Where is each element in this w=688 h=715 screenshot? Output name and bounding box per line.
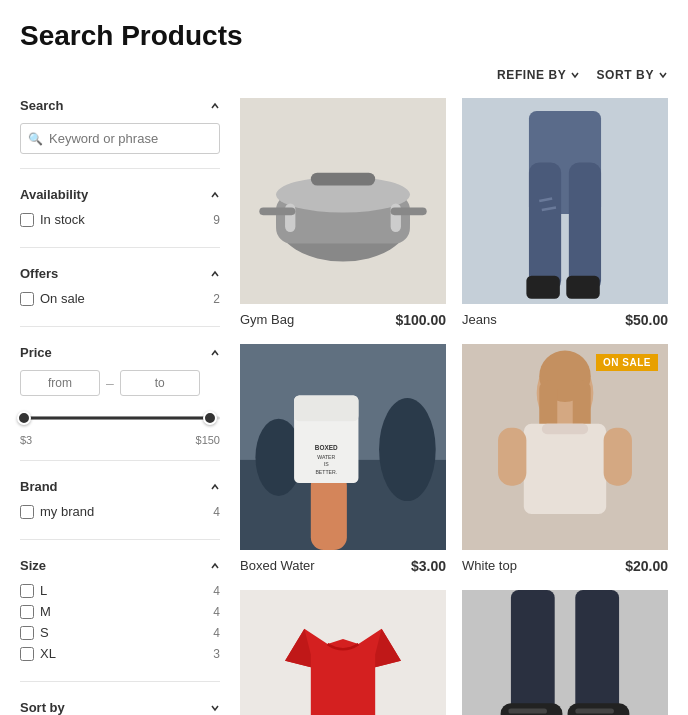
- size-m-count: 4: [213, 605, 220, 619]
- size-xl-checkbox[interactable]: [20, 647, 34, 661]
- product-info-white-top: White top $20.00: [462, 558, 668, 574]
- range-thumb-right[interactable]: [203, 411, 217, 425]
- offers-onsale-row: On sale 2: [20, 291, 220, 306]
- svg-rect-11: [529, 162, 561, 291]
- availability-instock-label[interactable]: In stock: [20, 212, 85, 227]
- search-filter-title[interactable]: Search: [20, 98, 220, 113]
- brand-mybrand-label[interactable]: my brand: [20, 504, 94, 519]
- offers-filter-title[interactable]: Offers: [20, 266, 220, 281]
- size-s-checkbox[interactable]: [20, 626, 34, 640]
- price-section: Price – $3 $150: [20, 345, 220, 461]
- offers-onsale-label[interactable]: On sale: [20, 291, 85, 306]
- brand-mybrand-checkbox[interactable]: [20, 505, 34, 519]
- size-s-label[interactable]: S: [20, 625, 49, 640]
- search-section: Search 🔍: [20, 98, 220, 169]
- range-labels: $3 $150: [20, 434, 220, 446]
- range-min-label: $3: [20, 434, 32, 446]
- price-range-dash: –: [106, 375, 114, 391]
- search-input-wrapper: 🔍: [20, 123, 220, 154]
- sidebar: Search 🔍 Availability In stock: [20, 98, 220, 715]
- on-sale-badge: ON SALE: [596, 354, 658, 371]
- svg-rect-33: [524, 424, 606, 514]
- offers-onsale-checkbox[interactable]: [20, 292, 34, 306]
- brand-section: Brand my brand 4: [20, 479, 220, 540]
- product-image-wrap-basic-tshirt: [240, 590, 446, 715]
- svg-rect-7: [259, 207, 295, 215]
- price-inputs: –: [20, 370, 220, 396]
- size-xl-count: 3: [213, 647, 220, 661]
- price-range-slider[interactable]: [20, 406, 220, 430]
- range-fill: [24, 417, 210, 420]
- svg-rect-34: [542, 424, 588, 434]
- svg-rect-43: [575, 590, 619, 712]
- brand-filter-title[interactable]: Brand: [20, 479, 220, 494]
- product-image-wrap-black-shoes: [462, 590, 668, 715]
- product-price-gym-bag: $100.00: [395, 312, 446, 328]
- svg-point-20: [379, 398, 436, 501]
- size-s-count: 4: [213, 626, 220, 640]
- availability-instock-checkbox[interactable]: [20, 213, 34, 227]
- product-card-gym-bag[interactable]: Gym Bag $100.00: [240, 98, 446, 328]
- sort-by-top-button[interactable]: SORT BY: [596, 68, 668, 82]
- svg-rect-49: [575, 708, 614, 713]
- size-m-row: M 4: [20, 604, 220, 619]
- svg-rect-35: [498, 428, 526, 486]
- availability-instock-row: In stock 9: [20, 212, 220, 227]
- svg-text:BOXED: BOXED: [315, 444, 338, 451]
- size-m-label[interactable]: M: [20, 604, 51, 619]
- svg-rect-4: [311, 173, 375, 186]
- availability-section: Availability In stock 9: [20, 187, 220, 248]
- availability-filter-title[interactable]: Availability: [20, 187, 220, 202]
- size-filter-title[interactable]: Size: [20, 558, 220, 573]
- svg-rect-15: [526, 276, 559, 299]
- svg-rect-8: [391, 207, 427, 215]
- svg-rect-41: [462, 590, 668, 715]
- product-card-boxed-water[interactable]: BOXED WATER IS BETTER. Boxed Water $3.00: [240, 344, 446, 574]
- product-name-white-top: White top: [462, 558, 517, 573]
- product-card-basic-tshirt[interactable]: Basic tshirt $10.00: [240, 590, 446, 715]
- product-name-gym-bag: Gym Bag: [240, 312, 294, 327]
- page-title: Search Products: [20, 20, 668, 52]
- top-bar: REFINE BY SORT BY: [20, 68, 668, 82]
- product-grid: Gym Bag $100.00: [240, 98, 668, 715]
- search-input[interactable]: [20, 123, 220, 154]
- price-to-input[interactable]: [120, 370, 200, 396]
- svg-rect-42: [511, 590, 555, 712]
- product-price-white-top: $20.00: [625, 558, 668, 574]
- svg-text:IS: IS: [324, 461, 329, 467]
- svg-rect-36: [604, 428, 632, 486]
- svg-text:BETTER.: BETTER.: [315, 469, 337, 475]
- size-l-label[interactable]: L: [20, 583, 47, 598]
- product-card-jeans[interactable]: Jeans $50.00: [462, 98, 668, 328]
- refine-by-button[interactable]: REFINE BY: [497, 68, 580, 82]
- product-price-boxed-water: $3.00: [411, 558, 446, 574]
- size-xl-row: XL 3: [20, 646, 220, 661]
- svg-rect-48: [508, 708, 547, 713]
- offers-onsale-count: 2: [213, 292, 220, 306]
- product-name-jeans: Jeans: [462, 312, 497, 327]
- offers-section: Offers On sale 2: [20, 266, 220, 327]
- product-price-jeans: $50.00: [625, 312, 668, 328]
- product-image-wrap-jeans: [462, 98, 668, 304]
- product-info-gym-bag: Gym Bag $100.00: [240, 312, 446, 328]
- price-from-input[interactable]: [20, 370, 100, 396]
- product-card-black-shoes[interactable]: Black shoes $150.00: [462, 590, 668, 715]
- size-l-count: 4: [213, 584, 220, 598]
- products-grid-container: Gym Bag $100.00: [240, 98, 668, 715]
- size-xl-label[interactable]: XL: [20, 646, 56, 661]
- sort-by-filter-title[interactable]: Sort by: [20, 700, 220, 715]
- product-card-white-top[interactable]: ON SALE: [462, 344, 668, 574]
- svg-rect-16: [566, 276, 599, 299]
- svg-rect-21: [311, 473, 347, 550]
- range-thumb-left[interactable]: [17, 411, 31, 425]
- price-filter-title[interactable]: Price: [20, 345, 220, 360]
- main-content: Search 🔍 Availability In stock: [20, 98, 668, 715]
- size-l-checkbox[interactable]: [20, 584, 34, 598]
- product-image-wrap-boxed-water: BOXED WATER IS BETTER.: [240, 344, 446, 550]
- svg-rect-12: [569, 162, 601, 291]
- product-image-wrap-gym-bag: [240, 98, 446, 304]
- size-m-checkbox[interactable]: [20, 605, 34, 619]
- search-icon: 🔍: [28, 132, 43, 146]
- product-info-jeans: Jeans $50.00: [462, 312, 668, 328]
- sort-by-section: Sort by: [20, 700, 220, 715]
